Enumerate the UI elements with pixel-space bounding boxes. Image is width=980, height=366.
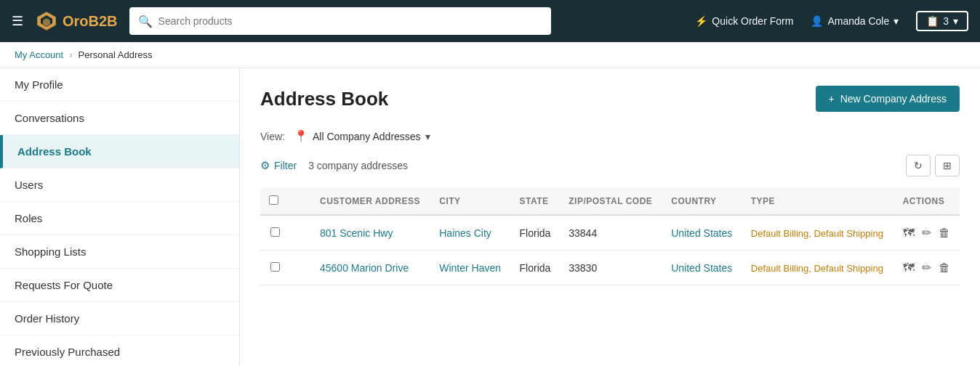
row-checkbox[interactable] [270, 227, 280, 237]
row-state: Florida [520, 262, 551, 274]
sidebar-item-requests-for-quote[interactable]: Requests For Quote [0, 269, 239, 302]
row-checkbox[interactable] [270, 262, 280, 272]
pin-icon: 📍 [294, 129, 308, 143]
user-chevron-icon: ▾ [893, 15, 899, 27]
delete-icon[interactable]: 🗑 [939, 261, 950, 274]
refresh-button[interactable]: ↻ [906, 155, 931, 176]
row-actions-cell: 🗺 ✏ 🗑 [894, 215, 960, 251]
sidebar-item-users[interactable]: Users [0, 168, 239, 202]
row-city-link[interactable]: Haines City [439, 227, 491, 239]
sidebar-item-label: Order History [15, 312, 79, 325]
columns-icon: ⊞ [943, 160, 952, 171]
row-zip: 33844 [569, 227, 597, 239]
logo-icon [35, 9, 58, 33]
quick-order-button[interactable]: ⚡ Quick Order Form [695, 15, 793, 27]
search-bar[interactable]: 🔍 [129, 7, 551, 35]
sidebar-item-roles[interactable]: Roles [0, 202, 239, 235]
user-name: Amanda Cole [827, 15, 889, 27]
breadcrumb-separator: › [69, 49, 72, 60]
sidebar-item-shopping-lists[interactable]: Shopping Lists [0, 235, 239, 269]
table-header-row: CUSTOMER ADDRESS CITY STATE ZIP/POSTAL C… [260, 188, 960, 215]
row-city-cell: Winter Haven [430, 251, 510, 285]
view-chevron-icon: ▾ [425, 131, 430, 142]
refresh-icon: ↻ [914, 160, 923, 171]
row-state-cell: Florida [511, 215, 561, 251]
addresses-table: CUSTOMER ADDRESS CITY STATE ZIP/POSTAL C… [260, 188, 960, 285]
select-all-checkbox[interactable] [269, 195, 278, 205]
table-row: 45600 Marion Drive Winter Haven Florida … [260, 251, 960, 285]
table-row: 801 Scenic Hwy Haines City Florida 33844 [260, 215, 960, 251]
top-nav: ☰ OroB2B 🔍 ⚡ Quick Order Form 👤 Amanda C… [0, 0, 980, 42]
logo-text: OroB2B [63, 13, 118, 30]
breadcrumb-root[interactable]: My Account [15, 49, 63, 60]
column-city: CITY [430, 188, 510, 215]
new-company-btn-label: New Company Address [840, 93, 947, 105]
row-city-link[interactable]: Winter Haven [439, 262, 501, 274]
logo[interactable]: OroB2B [35, 9, 118, 33]
columns-button[interactable]: ⊞ [935, 155, 960, 176]
edit-icon[interactable]: ✏ [922, 226, 931, 240]
new-company-address-button[interactable]: + New Company Address [816, 86, 960, 112]
row-address-cell: 801 Scenic Hwy [311, 215, 430, 251]
sidebar-item-label: Conversations [15, 112, 84, 124]
sidebar-item-label: My Profile [15, 78, 63, 91]
cart-chevron-icon: ▾ [953, 15, 958, 27]
view-selector[interactable]: 📍 All Company Addresses ▾ [294, 129, 430, 143]
sidebar-item-my-profile[interactable]: My Profile [0, 68, 239, 102]
sidebar-item-label: Shopping Lists [15, 245, 86, 258]
column-type: TYPE [742, 188, 894, 215]
view-row: View: 📍 All Company Addresses ▾ [260, 129, 960, 143]
column-expand [289, 188, 311, 215]
row-actions: 🗺 ✏ 🗑 [903, 226, 951, 240]
main-content: Address Book + New Company Address View:… [240, 68, 980, 366]
cart-button[interactable]: 📋 3 ▾ [916, 11, 968, 31]
column-actions: ACTIONS [894, 188, 960, 215]
view-value: All Company Addresses [313, 131, 421, 142]
row-actions: 🗺 ✏ 🗑 [903, 261, 951, 274]
row-address-cell: 45600 Marion Drive [311, 251, 430, 285]
row-address-link[interactable]: 801 Scenic Hwy [320, 227, 393, 239]
user-icon: 👤 [811, 15, 823, 27]
column-country: COUNTRY [662, 188, 742, 215]
address-count: 3 company addresses [308, 160, 408, 171]
sidebar-item-address-book[interactable]: Address Book [0, 135, 239, 168]
delete-icon[interactable]: 🗑 [939, 227, 950, 240]
filter-button[interactable]: ⚙ Filter [260, 159, 297, 172]
row-type: Default Billing, Default Shipping [751, 228, 883, 239]
sidebar-item-conversations[interactable]: Conversations [0, 102, 239, 135]
quick-order-icon: ⚡ [695, 15, 707, 27]
row-state-cell: Florida [511, 251, 561, 285]
hamburger-icon[interactable]: ☰ [12, 13, 23, 29]
row-checkbox-cell [260, 215, 289, 251]
page-header: Address Book + New Company Address [260, 86, 960, 112]
nav-actions: ⚡ Quick Order Form 👤 Amanda Cole ▾ 📋 3 ▾ [695, 11, 968, 31]
row-type: Default Billing, Default Shipping [751, 263, 883, 274]
sidebar-item-order-history[interactable]: Order History [0, 302, 239, 336]
row-type-cell: Default Billing, Default Shipping [742, 251, 894, 285]
sidebar-item-previously-purchased[interactable]: Previously Purchased [0, 336, 239, 366]
row-type-cell: Default Billing, Default Shipping [742, 215, 894, 251]
breadcrumb-current: Personal Address [79, 49, 153, 60]
row-zip-cell: 33830 [560, 251, 662, 285]
filter-row: ⚙ Filter 3 company addresses ↻ ⊞ [260, 155, 960, 176]
search-input[interactable] [158, 15, 542, 27]
column-zip: ZIP/POSTAL CODE [560, 188, 662, 215]
sidebar-item-label: Previously Purchased [15, 346, 120, 358]
user-menu[interactable]: 👤 Amanda Cole ▾ [811, 15, 899, 27]
sidebar-item-label: Address Book [17, 145, 92, 158]
map-icon[interactable]: 🗺 [903, 227, 915, 240]
map-icon[interactable]: 🗺 [903, 261, 915, 274]
sidebar-item-label: Requests For Quote [15, 279, 113, 291]
row-country-link[interactable]: United States [671, 227, 732, 239]
row-zip: 33830 [569, 262, 597, 274]
filter-label: Filter [274, 160, 297, 171]
page-layout: My Profile Conversations Address Book Us… [0, 68, 980, 366]
edit-icon[interactable]: ✏ [922, 261, 931, 274]
cart-icon: 📋 [926, 15, 939, 27]
column-customer-address: CUSTOMER ADDRESS [311, 188, 430, 215]
filter-icon: ⚙ [260, 159, 270, 172]
row-address-link[interactable]: 45600 Marion Drive [320, 262, 409, 274]
row-country-link[interactable]: United States [671, 262, 732, 274]
row-zip-cell: 33844 [560, 215, 662, 251]
page-title: Address Book [260, 88, 388, 110]
